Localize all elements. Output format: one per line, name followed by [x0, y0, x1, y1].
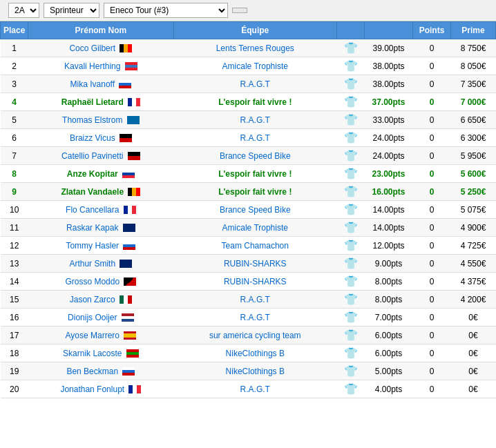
cell-pts: 4.00pts — [365, 380, 413, 398]
cell-place: 15 — [1, 291, 28, 309]
cell-prime: 0€ — [451, 344, 496, 362]
cell-name: Anze Kopitar — [28, 165, 173, 183]
cell-prime: 4 375€ — [451, 273, 496, 291]
col-team: Équipe — [173, 22, 336, 39]
flag-icon — [122, 170, 135, 178]
cell-jersey: 👕 — [337, 309, 365, 327]
cell-jersey: 👕 — [337, 111, 365, 129]
cell-points: 0 — [413, 39, 451, 57]
cell-team: RUBIN-SHARKS — [173, 255, 336, 273]
cell-name: Braizz Vicus — [28, 129, 173, 147]
cell-name: Mika Ivanoff — [28, 75, 173, 93]
cell-name: Skarnik Lacoste — [28, 344, 173, 362]
table-row: 14 Grosso Moddo RUBIN-SHARKS 👕 8.00pts 0… — [1, 273, 496, 291]
cell-place: 13 — [1, 255, 28, 273]
cell-jersey: 👕 — [337, 39, 365, 57]
cell-name: Raskar Kapak — [28, 219, 173, 237]
cell-points: 0 — [413, 255, 451, 273]
division-select[interactable]: 2A1A1B2B3A3B — [8, 3, 39, 18]
cell-jersey: 👕 — [337, 255, 365, 273]
cell-points: 0 — [413, 309, 451, 327]
flag-icon — [128, 152, 140, 160]
cell-team: Amicale Trophiste — [173, 57, 336, 75]
cell-place: 2 — [1, 57, 28, 75]
col-points: Points — [413, 22, 451, 39]
flag-icon — [120, 44, 132, 52]
cell-points: 0 — [413, 219, 451, 237]
cell-pts: 14.00pts — [365, 201, 413, 219]
cell-team: Amicale Trophiste — [173, 219, 336, 237]
flag-icon — [126, 349, 139, 358]
flag-icon — [123, 224, 135, 232]
cell-team: R.A.G.T — [173, 75, 336, 93]
cell-prime: 7 000€ — [451, 93, 496, 111]
cell-name: Flo Cancellara — [28, 201, 173, 219]
table-row: 7 Catellio Pavinetti Brance Speed Bike 👕… — [1, 147, 496, 165]
cell-team: Team Chamachon — [173, 237, 336, 255]
table-row: 17 Ayose Marrero sur america cycling tea… — [1, 327, 496, 344]
table-row: 6 Braizz Vicus R.A.G.T 👕 24.00pts 0 6 30… — [1, 129, 496, 147]
results-table: Place Prénom Nom Équipe Points Prime 1 C… — [0, 21, 496, 398]
cell-name: Jason Zarco — [28, 291, 173, 309]
cell-place: 8 — [1, 165, 28, 183]
cell-place: 19 — [1, 362, 28, 380]
flag-icon — [119, 80, 131, 88]
top-bar: 2A1A1B2B3A3B SprinteurGrimpeurRouleur En… — [0, 0, 496, 21]
table-row: 20 Jonathan Fonlupt R.A.G.T 👕 4.00pts 0 … — [1, 380, 496, 398]
cell-place: 1 — [1, 39, 28, 57]
table-row: 13 Arthur Smith RUBIN-SHARKS 👕 9.00pts 0… — [1, 255, 496, 273]
validate-button[interactable] — [232, 8, 247, 13]
race-select[interactable]: Eneco Tour (#3) — [104, 3, 228, 18]
table-header-row: Place Prénom Nom Équipe Points Prime — [1, 22, 496, 39]
cell-pts: 39.00pts — [365, 39, 413, 57]
flag-icon — [128, 385, 141, 393]
cell-pts: 23.00pts — [365, 165, 413, 183]
cell-pts: 37.00pts — [365, 93, 413, 111]
cell-jersey: 👕 — [337, 201, 365, 219]
cell-pts: 38.00pts — [365, 57, 413, 75]
cell-points: 0 — [413, 111, 451, 129]
cell-place: 16 — [1, 309, 28, 327]
cell-jersey: 👕 — [337, 75, 365, 93]
cell-prime: 0€ — [451, 362, 496, 380]
cell-place: 9 — [1, 183, 28, 201]
cell-team: Lents Ternes Rouges — [173, 39, 336, 57]
cell-prime: 5 250€ — [451, 183, 496, 201]
cell-name: Tommy Hasler — [28, 237, 173, 255]
cell-prime: 6 300€ — [451, 129, 496, 147]
cell-team: Brance Speed Bike — [173, 201, 336, 219]
cell-team: L'espoir fait vivre ! — [173, 183, 336, 201]
cell-jersey: 👕 — [337, 57, 365, 75]
cell-points: 0 — [413, 362, 451, 380]
cell-pts: 16.00pts — [365, 183, 413, 201]
cell-pts: 12.00pts — [365, 237, 413, 255]
type-select[interactable]: SprinteurGrimpeurRouleur — [44, 3, 99, 18]
cell-pts: 6.00pts — [365, 327, 413, 344]
cell-team: NikeClothings B — [173, 362, 336, 380]
table-row: 9 Zlatan Vandaele L'espoir fait vivre ! … — [1, 183, 496, 201]
col-place: Place — [1, 22, 28, 39]
table-row: 4 Raphaël Lietard L'espoir fait vivre ! … — [1, 93, 496, 111]
cell-jersey: 👕 — [337, 291, 365, 309]
cell-pts: 5.00pts — [365, 362, 413, 380]
table-row: 19 Ben Beckman NikeClothings B 👕 5.00pts… — [1, 362, 496, 380]
cell-pts: 24.00pts — [365, 129, 413, 147]
cell-prime: 5 950€ — [451, 147, 496, 165]
col-jersey — [337, 22, 365, 39]
flag-icon — [124, 331, 136, 340]
cell-jersey: 👕 — [337, 183, 365, 201]
cell-place: 17 — [1, 327, 28, 344]
col-pts — [365, 22, 413, 39]
cell-prime: 8 050€ — [451, 57, 496, 75]
cell-prime: 8 750€ — [451, 39, 496, 57]
flag-icon — [120, 134, 132, 142]
cell-prime: 6 650€ — [451, 111, 496, 129]
cell-pts: 38.00pts — [365, 75, 413, 93]
cell-jersey: 👕 — [337, 165, 365, 183]
cell-pts: 8.00pts — [365, 291, 413, 309]
cell-points: 0 — [413, 291, 451, 309]
cell-prime: 5 600€ — [451, 165, 496, 183]
cell-points: 0 — [413, 165, 451, 183]
cell-name: Catellio Pavinetti — [28, 147, 173, 165]
cell-prime: 4 900€ — [451, 219, 496, 237]
